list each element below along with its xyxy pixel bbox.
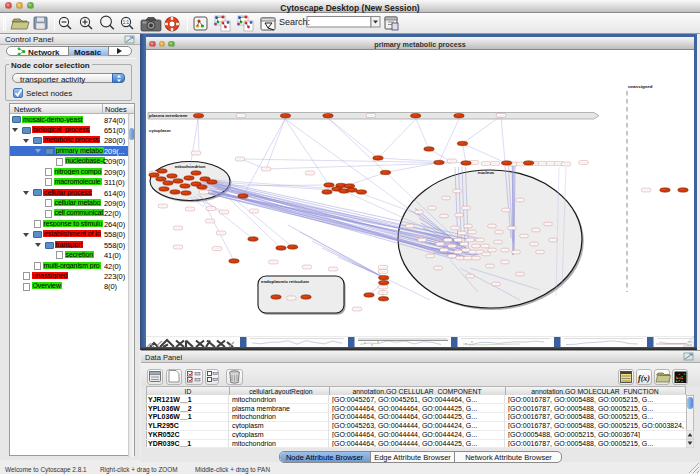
svg-text:1:1: 1:1 bbox=[123, 20, 130, 25]
svg-text:nucleus: nucleus bbox=[478, 170, 495, 175]
svg-text:plasma membrane: plasma membrane bbox=[149, 113, 188, 118]
svg-text:endoplasmic reticulum: endoplasmic reticulum bbox=[261, 279, 309, 284]
svg-text:f(x): f(x) bbox=[638, 374, 650, 383]
svg-text:cytoplasm: cytoplasm bbox=[149, 128, 171, 133]
svg-text:unassigned: unassigned bbox=[628, 84, 653, 89]
